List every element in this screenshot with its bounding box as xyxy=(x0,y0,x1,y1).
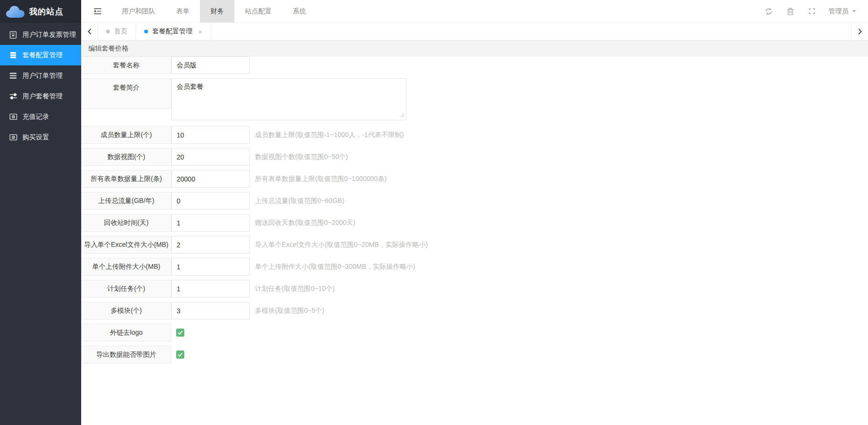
field-label: 外链去logo xyxy=(81,324,171,341)
sidebar-item-label: 套餐配置管理 xyxy=(22,51,63,60)
field-control xyxy=(171,302,250,319)
top-nav-item-users-teams[interactable]: 用户和团队 xyxy=(111,0,166,22)
top-nav-item-label: 站点配置 xyxy=(245,7,272,16)
field-label: 成员数量上限(个) xyxy=(81,126,171,144)
collapse-menu-icon[interactable] xyxy=(81,0,111,22)
field-hint: 数据视图个数(取值范围0~50个) xyxy=(255,148,348,166)
attachment-size-input[interactable] xyxy=(171,258,250,276)
scheduled-tasks-input[interactable] xyxy=(171,280,250,298)
field-control xyxy=(171,214,250,232)
app-root: 我的站点 用户订单发票管理 套餐配置管理 用户订单管理 用户套餐管理 充值记录 … xyxy=(0,0,868,425)
tab-label: 套餐配置管理 xyxy=(152,27,192,36)
brand[interactable]: 我的站点 xyxy=(0,0,81,23)
trash-icon[interactable] xyxy=(780,8,801,15)
tab-status-dot xyxy=(106,30,110,33)
field-control xyxy=(171,236,250,254)
user-menu-label: 管理员 xyxy=(828,7,848,16)
upload-traffic-input[interactable] xyxy=(171,192,250,210)
top-nav-item-label: 系统 xyxy=(293,7,306,16)
top-nav-item-site-config[interactable]: 站点配置 xyxy=(234,0,282,22)
field-hint: 赠送回收天数(取值范围0~2000天) xyxy=(255,214,355,232)
top-menu: 用户和团队 表单 财务 站点配置 系统 xyxy=(111,0,317,22)
list-icon xyxy=(9,73,17,79)
tab-bar: 首页 套餐配置管理 × xyxy=(81,23,868,41)
sidebar-item-label: 用户订单管理 xyxy=(22,72,63,80)
sidebar-item-label: 充值记录 xyxy=(22,113,49,121)
field-label: 数据视图(个) xyxy=(81,148,171,166)
top-nav-item-finance[interactable]: 财务 xyxy=(200,0,234,22)
sidebar-item-recharge-records[interactable]: 充值记录 xyxy=(0,106,81,127)
form-row-data-views: 数据视图(个) 数据视图个数(取值范围0~50个) xyxy=(81,148,868,166)
remove-logo-checkbox[interactable] xyxy=(176,329,184,337)
resize-grip-icon[interactable] xyxy=(400,113,404,117)
top-nav-item-forms[interactable]: 表单 xyxy=(166,0,200,22)
sidebar-item-user-orders[interactable]: 用户订单管理 xyxy=(0,65,81,86)
money-icon xyxy=(9,114,17,120)
header-actions: 管理员 xyxy=(758,0,868,22)
field-hint: 所有表单数据量上限(取值范围0~1000000条) xyxy=(255,170,387,188)
field-hint: 计划任务(取值范围0~10个) xyxy=(255,280,335,298)
excel-size-input[interactable] xyxy=(171,236,250,254)
package-intro-textarea[interactable]: 会员套餐 xyxy=(171,78,406,120)
main-column: 用户和团队 表单 财务 站点配置 系统 xyxy=(81,0,868,425)
field-control xyxy=(171,258,250,276)
field-label: 导出数据能否带图片 xyxy=(81,346,171,363)
form-row-package-name: 套餐名称 xyxy=(81,56,868,74)
tab-home[interactable]: 首页 xyxy=(98,23,136,40)
form-row-recycle-days: 回收站时间(天) 赠送回收天数(取值范围0~2000天) xyxy=(81,214,868,232)
form-row-upload-traffic: 上传总流量(GB/年) 上传总流量(取值范围0~60GB) xyxy=(81,192,868,210)
multi-modules-input[interactable] xyxy=(171,302,250,319)
field-control xyxy=(171,346,184,359)
tabs: 首页 套餐配置管理 × xyxy=(98,23,211,40)
top-nav-item-system[interactable]: 系统 xyxy=(282,0,317,22)
sidebar-item-label: 用户订单发票管理 xyxy=(22,31,76,39)
field-hint: 成员数量上限(取值范围-1~1000人，-1代表不限制) xyxy=(255,126,404,144)
sidebar-item-user-order-invoice[interactable]: 用户订单发票管理 xyxy=(0,24,81,45)
field-control xyxy=(171,280,250,298)
tabs-scroll-right-icon[interactable] xyxy=(851,23,868,40)
field-label: 套餐简介 xyxy=(81,78,171,109)
top-nav-item-label: 表单 xyxy=(176,7,190,16)
top-nav-item-label: 用户和团队 xyxy=(122,7,155,16)
tab-label: 首页 xyxy=(114,27,127,36)
form-row-attachment-size: 单个上传附件大小(MB) 单个上传附件大小(取值范围0~300MB，实际操作略小… xyxy=(81,258,868,276)
form-data-limit-input[interactable] xyxy=(171,170,250,188)
form-row-multi-modules: 多模块(个) 多模块(取值范围0~5个) xyxy=(81,302,868,319)
field-hint: 单个上传附件大小(取值范围0~300MB，实际操作略小) xyxy=(255,258,415,276)
field-control xyxy=(171,148,250,166)
field-hint: 导入单个Excel文件大小(取值范围0~20MB，实际操作略小) xyxy=(255,236,428,254)
export-with-images-checkbox[interactable] xyxy=(176,351,184,359)
data-views-input[interactable] xyxy=(171,148,250,166)
recycle-days-input[interactable] xyxy=(171,214,250,232)
sidebar-menu: 用户订单发票管理 套餐配置管理 用户订单管理 用户套餐管理 充值记录 购买设置 xyxy=(0,23,81,148)
sidebar-item-label: 购买设置 xyxy=(22,133,49,142)
form-row-member-limit: 成员数量上限(个) 成员数量上限(取值范围-1~1000人，-1代表不限制) xyxy=(81,126,868,144)
user-menu[interactable]: 管理员 xyxy=(823,7,863,16)
sliders-icon xyxy=(9,93,17,99)
sidebar-item-package-config[interactable]: 套餐配置管理 xyxy=(0,45,81,65)
sidebar: 我的站点 用户订单发票管理 套餐配置管理 用户订单管理 用户套餐管理 充值记录 … xyxy=(0,0,81,425)
member-limit-input[interactable] xyxy=(171,126,250,144)
refresh-icon[interactable] xyxy=(758,8,780,15)
field-control xyxy=(171,192,250,210)
page-title: 编辑套餐价格 xyxy=(81,41,868,56)
cloud-logo-icon xyxy=(6,5,25,18)
money-icon xyxy=(9,134,17,140)
field-hint: 上传总流量(取值范围0~60GB) xyxy=(255,192,344,210)
tab-package-config[interactable]: 套餐配置管理 × xyxy=(136,23,211,40)
sidebar-item-user-packages[interactable]: 用户套餐管理 xyxy=(0,86,81,106)
page-content: 编辑套餐价格 套餐名称 套餐简介 会员套餐 成员数量上限(个) 成员数量上限(取… xyxy=(81,41,868,425)
tabs-scroll-left-icon[interactable] xyxy=(81,23,98,40)
chevron-down-icon xyxy=(852,10,857,15)
field-label: 所有表单数据量上限(条) xyxy=(81,170,171,188)
field-label: 导入单个Excel文件大小(MB) xyxy=(81,236,171,254)
package-name-input[interactable] xyxy=(171,56,250,74)
sidebar-item-label: 用户套餐管理 xyxy=(22,92,63,101)
field-control: 会员套餐 xyxy=(171,78,406,120)
sidebar-item-purchase-settings[interactable]: 购买设置 xyxy=(0,127,81,148)
fullscreen-icon[interactable] xyxy=(801,8,823,15)
field-control xyxy=(171,56,250,74)
field-label: 计划任务(个) xyxy=(81,280,171,298)
field-control xyxy=(171,324,184,337)
tab-close-icon[interactable]: × xyxy=(198,28,202,35)
